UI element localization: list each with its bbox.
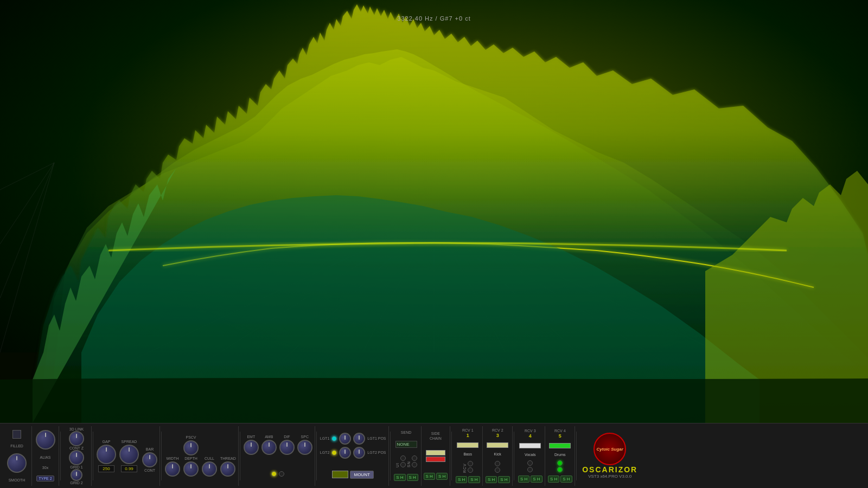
cont-label: CONT	[144, 468, 155, 472]
spectrum-svg	[0, 0, 868, 423]
sc-sh-btn2[interactable]: S H	[436, 473, 448, 480]
rcv2-led1	[495, 461, 500, 466]
width-depth-section: WIDTH PSCV DEPTH CULL THREAD	[163, 426, 239, 486]
contz-knob[interactable]	[69, 450, 84, 465]
spread-knob[interactable]	[119, 445, 139, 464]
dif-label: DIF	[284, 435, 290, 439]
rcv4-section: RCV 4 5 Drums S H S H	[545, 426, 575, 486]
bar-knob[interactable]	[142, 452, 157, 467]
rcv4-sh-btn1[interactable]: S H	[548, 476, 559, 483]
send-sh-btn2[interactable]: S H	[407, 474, 418, 481]
grid1-knob[interactable]	[71, 469, 82, 481]
smooth-label: SMOOTH	[9, 478, 25, 482]
sn-led2	[412, 462, 417, 467]
cull-knob[interactable]	[202, 461, 217, 477]
rcv2-num: 3	[496, 433, 499, 438]
3dlink-section: 3D LINK CONT Z GRID 1 GRID 2	[62, 426, 92, 486]
3dlink-label: 3D LINK	[69, 427, 84, 431]
mount-button[interactable]: MOUNT	[350, 471, 373, 479]
spc-label: SPC	[301, 435, 309, 439]
lgt1-knob1[interactable]	[339, 433, 351, 445]
rcv4-num: 5	[559, 433, 561, 439]
divider1	[60, 432, 61, 480]
3dlink-knob[interactable]	[69, 431, 84, 446]
rcv1-sh-btn2[interactable]: S H	[468, 476, 480, 483]
divider5	[316, 432, 317, 480]
send-dropdown[interactable]: NONE	[395, 441, 417, 448]
lgt1-label: LGT1	[320, 436, 330, 440]
gap-knob[interactable]	[97, 445, 116, 464]
bar-label: BAR	[146, 447, 154, 451]
divider2	[93, 432, 93, 480]
svg-line-15	[0, 163, 54, 298]
spectrum-display: 3322.40 Hz / G#7 +0 ct	[0, 0, 868, 423]
ui-led2	[400, 462, 406, 467]
send-section: SEND NONE UI SN S H S H	[392, 426, 422, 486]
rcv1-section: RCV 1 1 Bass RCV S H S H	[453, 426, 483, 486]
rcv1-led2	[468, 467, 473, 473]
contz-label: CONT Z	[69, 446, 84, 450]
pscv-knob[interactable]	[183, 440, 199, 455]
rcv1-num: 1	[467, 433, 469, 438]
sc-sh-btn1[interactable]: S H	[424, 473, 435, 480]
side-chain-label2: CHAIN	[430, 436, 442, 440]
rcv2-bar	[487, 442, 508, 448]
lgt2-knob2[interactable]	[353, 447, 365, 459]
svg-line-17	[0, 163, 54, 190]
thread-knob[interactable]	[220, 461, 235, 477]
send-label: SEND	[401, 431, 411, 434]
divider3	[161, 432, 162, 480]
smooth-knob[interactable]	[7, 453, 27, 473]
product-name: OSCARIZOR	[582, 465, 637, 474]
rcv2-sh-btn2[interactable]: S H	[498, 476, 509, 483]
lgt1-knob2[interactable]	[353, 433, 365, 445]
ui-vert-label: UI	[395, 455, 399, 467]
filled-label: FILLED	[10, 444, 23, 448]
rcv2-sh-btn1[interactable]: S H	[486, 476, 497, 483]
rcv2-kick: Kick	[494, 452, 501, 456]
amb-knob[interactable]	[261, 440, 277, 455]
lgt2-led	[279, 471, 284, 477]
spread-label: SPREAD	[122, 440, 137, 444]
side-chain-label: SIDE	[431, 432, 440, 435]
rcv1-label: RCV 1	[462, 428, 474, 432]
rcv3-bar	[519, 443, 541, 448]
lgt2-color-led	[331, 450, 337, 455]
rcv2-label: RCV 2	[492, 428, 503, 432]
spread-value: 0.99	[121, 465, 137, 472]
rcv4-label: RCV 4	[554, 429, 566, 433]
rcv3-sh-btn2[interactable]: S H	[531, 476, 542, 483]
cull-label: CULL	[205, 457, 214, 460]
lgt2-knob1[interactable]	[339, 447, 351, 459]
spc-knob[interactable]	[297, 440, 312, 455]
width-label: WIDTH	[167, 457, 179, 460]
dif-knob[interactable]	[279, 440, 295, 455]
divider6	[390, 432, 391, 480]
rcv1-vert: RCV	[463, 461, 467, 473]
rcv3-num: 4	[529, 433, 532, 439]
emt-knob[interactable]	[244, 440, 259, 455]
pscv-label: PSCV	[186, 435, 196, 439]
depth-knob[interactable]	[183, 461, 199, 477]
width-knob[interactable]	[165, 461, 180, 477]
control-bar: FILLED SMOOTH ALIAS 30x TYPE 2 3D LINK C…	[0, 423, 868, 488]
rcv1-sh-btn1[interactable]: S H	[456, 476, 467, 483]
rcv3-sh-btn1[interactable]: S H	[518, 476, 529, 483]
rcv1-bar	[457, 442, 478, 448]
type2-button[interactable]: TYPE 2	[36, 476, 54, 481]
emt-label: EMT	[247, 435, 255, 439]
divider8	[514, 432, 514, 480]
product-version: VST3 x64.PRO V3.0.0	[588, 474, 631, 479]
rcv4-sh-btn2[interactable]: S H	[560, 476, 572, 483]
side-chain-bar2	[426, 457, 445, 462]
divider4	[240, 432, 240, 480]
lgt1-led	[271, 471, 277, 477]
svg-line-16	[0, 163, 54, 244]
rcv4-led2	[557, 467, 563, 472]
alias-knob[interactable]	[36, 430, 55, 450]
side-chain-section: SIDE CHAIN S H S H	[422, 426, 451, 486]
rcv2-section: RCV 2 3 Kick S H S H	[483, 426, 513, 486]
gap-value: 250	[98, 465, 114, 472]
divider9	[576, 432, 577, 480]
send-sh-btn[interactable]: S H	[394, 474, 405, 481]
